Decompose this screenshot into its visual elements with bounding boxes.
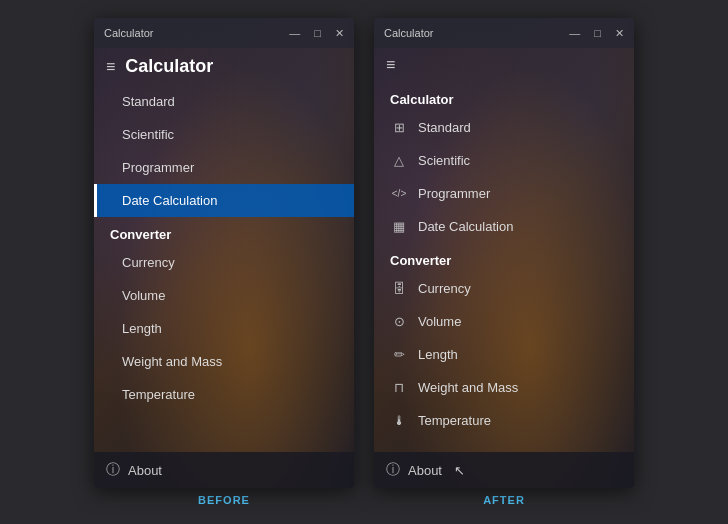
before-nav-scientific[interactable]: Scientific [94,118,354,151]
before-nav-standard[interactable]: Standard [94,85,354,118]
after-volume-label: Volume [418,314,461,329]
before-date-calculation-label: Date Calculation [122,193,217,208]
before-converter-section-label: Converter [94,217,354,246]
before-wrapper: Calculator — □ ✕ ≡ Calculator Standard [94,18,354,506]
after-date-calculation-icon: ▦ [390,219,408,234]
before-app-title: Calculator [125,56,213,77]
after-nav-date-calculation[interactable]: ▦ Date Calculation [374,210,634,243]
after-currency-label: Currency [418,281,471,296]
before-titlebar-title: Calculator [104,27,289,39]
after-nav-temperature[interactable]: 🌡 Temperature [374,404,634,437]
after-titlebar: Calculator — □ ✕ [374,18,634,48]
after-about-label: About [408,463,442,478]
after-titlebar-buttons: — □ ✕ [569,27,624,40]
before-hamburger-icon[interactable]: ≡ [106,58,115,76]
before-volume-label: Volume [122,288,165,303]
before-scientific-label: Scientific [122,127,174,142]
after-programmer-icon: </> [390,188,408,199]
after-window-content: Calculator — □ ✕ ≡ Calculator ⊞ Standard [374,18,634,488]
after-nav-programmer[interactable]: </> Programmer [374,177,634,210]
after-length-label: Length [418,347,458,362]
after-currency-icon: 🗄 [390,281,408,296]
before-currency-label: Currency [122,255,175,270]
after-close-btn[interactable]: ✕ [615,27,624,40]
before-titlebar-buttons: — □ ✕ [289,27,344,40]
after-temperature-label: Temperature [418,413,491,428]
before-programmer-label: Programmer [122,160,194,175]
before-close-btn[interactable]: ✕ [335,27,344,40]
after-bottom-bar[interactable]: ⓘ About ↖ [374,452,634,488]
after-window: Calculator — □ ✕ ≡ Calculator ⊞ Standard [374,18,634,488]
after-titlebar-title: Calculator [384,27,569,39]
after-weight-mass-icon: ⊓ [390,380,408,395]
after-length-icon: ✏ [390,347,408,362]
before-nav-currency[interactable]: Currency [94,246,354,279]
before-length-label: Length [122,321,162,336]
after-converter-section-label: Converter [374,243,634,272]
after-hamburger-icon[interactable]: ≡ [386,56,395,74]
after-scientific-icon: △ [390,153,408,168]
before-nav-programmer[interactable]: Programmer [94,151,354,184]
after-scientific-label: Scientific [418,153,470,168]
after-nav-length[interactable]: ✏ Length [374,338,634,371]
before-nav-weight-mass[interactable]: Weight and Mass [94,345,354,378]
before-label: BEFORE [198,494,250,506]
before-nav-volume[interactable]: Volume [94,279,354,312]
after-nav-standard[interactable]: ⊞ Standard [374,111,634,144]
after-date-calculation-label: Date Calculation [418,219,513,234]
after-temperature-icon: 🌡 [390,413,408,428]
after-volume-icon: ⊙ [390,314,408,329]
after-maximize-btn[interactable]: □ [594,27,601,39]
after-wrapper: Calculator — □ ✕ ≡ Calculator ⊞ Standard [374,18,634,506]
before-nav-date-calculation[interactable]: Date Calculation [94,184,354,217]
after-nav-currency[interactable]: 🗄 Currency [374,272,634,305]
after-standard-label: Standard [418,120,471,135]
after-standard-icon: ⊞ [390,120,408,135]
after-calculator-section-label: Calculator [374,82,634,111]
before-standard-label: Standard [122,94,175,109]
before-window: Calculator — □ ✕ ≡ Calculator Standard [94,18,354,488]
before-app-header: ≡ Calculator [94,48,354,85]
after-app-header: ≡ [374,48,634,82]
before-nav-temperature[interactable]: Temperature [94,378,354,411]
before-minimize-btn[interactable]: — [289,27,300,39]
after-nav-scientific[interactable]: △ Scientific [374,144,634,177]
before-sidebar[interactable]: Standard Scientific Programmer Date Calc… [94,85,354,452]
after-programmer-label: Programmer [418,186,490,201]
after-about-icon: ⓘ [386,461,400,479]
cursor-symbol: ↖ [454,463,465,478]
before-weight-mass-label: Weight and Mass [122,354,222,369]
after-minimize-btn[interactable]: — [569,27,580,39]
before-about-icon: ⓘ [106,461,120,479]
before-titlebar: Calculator — □ ✕ [94,18,354,48]
before-nav-length[interactable]: Length [94,312,354,345]
after-sidebar[interactable]: Calculator ⊞ Standard △ Scientific </> P… [374,82,634,452]
after-weight-mass-label: Weight and Mass [418,380,518,395]
before-window-content: Calculator — □ ✕ ≡ Calculator Standard [94,18,354,488]
after-nav-volume[interactable]: ⊙ Volume [374,305,634,338]
before-bottom-bar[interactable]: ⓘ About [94,452,354,488]
after-label: AFTER [483,494,525,506]
before-maximize-btn[interactable]: □ [314,27,321,39]
after-nav-weight-mass[interactable]: ⊓ Weight and Mass [374,371,634,404]
before-about-label: About [128,463,162,478]
before-temperature-label: Temperature [122,387,195,402]
